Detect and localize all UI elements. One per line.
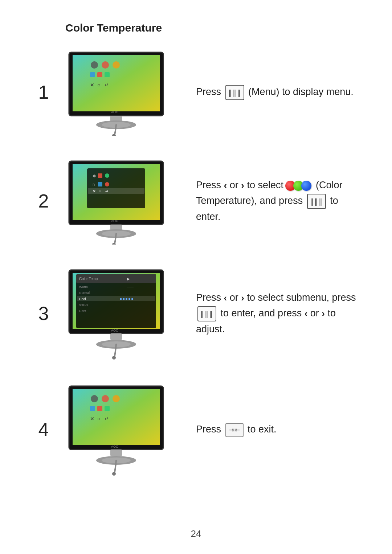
monitor-4-svg: ✕ ○ ↵ AOC <box>65 382 167 477</box>
svg-text:▶: ▶ <box>127 277 130 281</box>
svg-text:✕: ✕ <box>93 189 96 193</box>
menu-button-icon-3: ‖‖‖ <box>197 306 216 321</box>
ball-blue <box>301 181 311 191</box>
svg-rect-23 <box>98 182 102 186</box>
chevron-right-icon-3a: › <box>241 291 244 306</box>
step-4-row: 4 ✕ ○ <box>29 382 363 477</box>
step-4-instruction: Press ⇥⇤ to exit. <box>174 422 363 437</box>
svg-text:✱: ✱ <box>93 174 96 178</box>
chevron-right-icon-3b: › <box>322 306 325 321</box>
svg-rect-7 <box>105 72 110 77</box>
monitor-3-svg: Color Temp ▶ Warm —— Normal —— Cool ■ ■ … <box>65 266 167 361</box>
svg-text:——: —— <box>127 285 134 289</box>
svg-rect-6 <box>97 72 102 77</box>
svg-text:↵: ↵ <box>105 189 109 193</box>
svg-text:n: n <box>93 182 95 186</box>
exit-button-icon: ⇥⇤ <box>225 423 244 437</box>
page-number: 24 <box>191 528 201 539</box>
svg-point-59 <box>113 395 120 402</box>
svg-text:○: ○ <box>97 82 100 88</box>
step-3-number: 3 <box>29 303 58 324</box>
svg-point-58 <box>102 395 109 402</box>
step-2-number: 2 <box>29 190 58 212</box>
chevron-left-icon-2: ‹ <box>224 178 227 193</box>
monitor-1-svg: ✕ ○ ↵ AOC <box>65 49 167 136</box>
svg-point-2 <box>91 61 98 69</box>
svg-text:Warm: Warm <box>79 285 88 289</box>
svg-text:sRGB: sRGB <box>79 303 88 307</box>
step-1-monitor: ✕ ○ ↵ AOC <box>58 49 174 136</box>
svg-text:Cool: Cool <box>79 297 86 301</box>
svg-point-4 <box>113 61 120 69</box>
svg-point-21 <box>105 173 109 178</box>
svg-text:User: User <box>79 309 86 313</box>
svg-text:Normal: Normal <box>79 291 90 295</box>
svg-text:AOC: AOC <box>111 329 118 332</box>
page-title: Color Temperature <box>65 22 363 34</box>
step-1-number: 1 <box>29 81 58 103</box>
step-4-number: 4 <box>29 419 58 440</box>
svg-point-54 <box>112 356 116 360</box>
chevron-right-icon-2: › <box>241 178 244 193</box>
svg-text:↵: ↵ <box>105 416 109 422</box>
svg-point-70 <box>112 472 116 476</box>
svg-text:Color Temp: Color Temp <box>79 277 98 281</box>
step-3-instruction: Press ‹ or › to select submenu, press ‖‖… <box>174 290 363 337</box>
svg-rect-44 <box>77 296 155 301</box>
chevron-left-icon-3b: ‹ <box>305 306 308 321</box>
step-1-row: 1 <box>29 49 363 136</box>
svg-rect-62 <box>105 406 110 411</box>
step-1-text: (Menu) to display menu. <box>248 86 354 97</box>
svg-text:——: —— <box>127 291 134 295</box>
menu-button-icon-1: ‖‖‖ <box>225 85 244 100</box>
svg-text:AOC: AOC <box>111 110 118 114</box>
step-2-instruction: Press ‹ or › to select (Color Temperatur… <box>174 177 363 225</box>
svg-point-24 <box>105 182 109 186</box>
svg-point-57 <box>91 395 98 402</box>
svg-rect-25 <box>88 188 144 194</box>
step-3-monitor: Color Temp ▶ Warm —— Normal —— Cool ■ ■ … <box>58 266 174 361</box>
svg-text:——: —— <box>127 309 134 313</box>
svg-rect-20 <box>98 173 102 178</box>
step-4-monitor: ✕ ○ ↵ AOC <box>58 382 174 477</box>
svg-text:■ ■ ■ ■ ■: ■ ■ ■ ■ ■ <box>120 297 133 301</box>
svg-rect-5 <box>90 72 95 77</box>
svg-text:AOC: AOC <box>111 219 118 223</box>
svg-text:AOC: AOC <box>111 445 118 448</box>
svg-point-3 <box>102 61 109 69</box>
svg-text:✕: ✕ <box>90 82 94 88</box>
menu-button-icon-2: ‖‖‖ <box>307 194 326 209</box>
svg-rect-66 <box>110 450 122 456</box>
svg-text:○: ○ <box>97 416 100 422</box>
step-3-row: 3 Color Temp ▶ Warm <box>29 266 363 361</box>
monitor-2-svg: ✱ n ✕ ○ ↵ AOC <box>65 157 167 245</box>
svg-rect-61 <box>97 406 102 411</box>
svg-rect-60 <box>90 406 95 411</box>
step-1-instruction: Press ‖‖‖ (Menu) to display menu. <box>174 84 363 100</box>
svg-text:↵: ↵ <box>105 82 109 88</box>
color-balls-icon <box>287 181 311 191</box>
chevron-left-icon-3a: ‹ <box>224 291 227 306</box>
svg-text:✕: ✕ <box>90 416 94 422</box>
step-2-row: 2 ✱ n <box>29 157 363 245</box>
svg-rect-50 <box>110 333 122 340</box>
svg-text:○: ○ <box>99 189 101 193</box>
step-2-monitor: ✱ n ✕ ○ ↵ AOC <box>58 157 174 245</box>
